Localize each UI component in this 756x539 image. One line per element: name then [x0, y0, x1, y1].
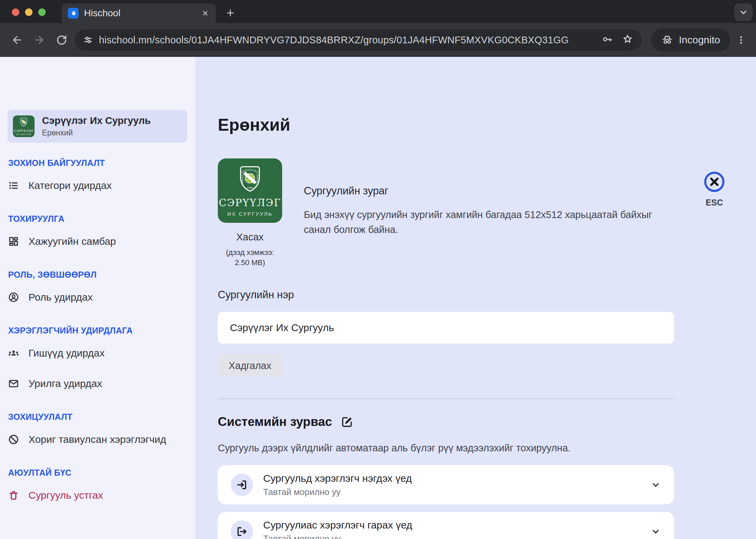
logo-subtitle: ИХ СУРГУУЛЬ: [13, 133, 35, 135]
school-logo-image[interactable]: СЭРҮҮЛЭГ ИХ СУРГУУЛЬ: [218, 158, 282, 223]
close-circle-icon[interactable]: [703, 171, 726, 193]
sidebar-item-label: Урилга удирдах: [28, 378, 102, 389]
minimize-window-button[interactable]: [25, 8, 33, 16]
section-header: РОЛЬ, ЗӨВШӨӨРӨЛ: [8, 270, 187, 280]
sidebar-section-roles: РОЛЬ, ЗӨВШӨӨРӨЛ Роль удирдах: [7, 270, 187, 310]
sidebar-section-moderation: ЗОХИЦУУЛАЛТ Хориг тавиулсан хэрэглэгчид: [7, 412, 187, 452]
page-content: СЭРҮҮЛЭГ ИХ СУРГУУЛЬ Сэрүүлэг Их Сургуул…: [0, 57, 756, 539]
back-icon[interactable]: [7, 30, 26, 49]
card-title: Сургуульд хэрэглэгч нэгдэх үед: [263, 473, 640, 484]
system-messages-heading: Системийн зурвас: [218, 415, 332, 429]
card-title: Сургуулиас хэрэглэгч гарах үед: [263, 519, 640, 531]
mail-icon: [7, 378, 20, 390]
forward-icon[interactable]: [30, 30, 49, 49]
logo-title: СЭРҮҮЛЭГ: [218, 197, 282, 209]
password-key-icon[interactable]: [602, 34, 613, 46]
sidebar-section-danger-zone: АЮУЛТАЙ БҮС Сургууль устгах: [7, 468, 187, 508]
new-tab-button[interactable]: [224, 7, 236, 19]
tab-strip: Hischool: [0, 0, 756, 23]
sidebar-item-categories[interactable]: Категори удирдах: [7, 173, 187, 198]
sidebar-item-delete-school[interactable]: Сургууль устгах: [7, 482, 187, 508]
section-header: АЮУЛТАЙ БҮС: [8, 468, 187, 478]
trash-icon: [7, 489, 20, 501]
edit-icon[interactable]: [341, 415, 354, 428]
remove-image-button[interactable]: Хасах: [218, 232, 282, 243]
section-header: ТОХИРУУЛГА: [8, 214, 187, 224]
settings-sidebar: СЭРҮҮЛЭГ ИХ СУРГУУЛЬ Сэрүүлэг Их Сургуул…: [0, 57, 195, 539]
window-controls: [12, 8, 46, 16]
school-name: Сэрүүлэг Их Сургууль: [42, 115, 151, 126]
page-title: Ерөнхий: [218, 115, 674, 135]
sidebar-item-banned-users[interactable]: Хориг тавиулсан хэрэглэгчид: [7, 427, 187, 452]
close-settings[interactable]: ESC: [699, 171, 730, 208]
section-divider: [218, 398, 674, 399]
incognito-spy-icon: [661, 34, 673, 46]
sidebar-item-label: Роль удирдах: [28, 292, 93, 303]
section-header: ЗОХИОН БАЙГУУЛАЛТ: [8, 158, 187, 168]
esc-label: ESC: [699, 198, 730, 208]
system-messages-description: Сургууль дээрх үйлдлийг автоматаар аль б…: [218, 443, 674, 454]
browser-tab[interactable]: Hischool: [62, 3, 216, 23]
max-size-note: (дээд хэмжээ: 2.50 MB): [218, 247, 282, 268]
url-text[interactable]: hischool.mn/schools/01JA4HFWNDRYVG7DJDS8…: [99, 35, 596, 46]
sidebar-section-settings: ТОХИРУУЛГА Хажуугийн самбар: [7, 214, 187, 254]
logout-icon: [231, 520, 253, 539]
reload-icon[interactable]: [52, 30, 71, 49]
card-subtitle: Тавтай морилно уу: [263, 534, 640, 539]
dashboard-icon: [7, 235, 20, 247]
site-settings-icon[interactable]: [83, 35, 93, 45]
save-button[interactable]: Хадгалах: [218, 354, 282, 377]
school-current-page: Ерөнхий: [42, 128, 151, 137]
system-message-card-join[interactable]: Сургуульд хэрэглэгч нэгдэх үед Тавтай мо…: [218, 465, 674, 504]
incognito-badge: Incognito: [651, 28, 730, 51]
card-subtitle: Тавтай морилно уу: [263, 487, 640, 497]
section-header: ХЭРЭГЛЭГЧИЙН УДИРДЛАГА: [8, 326, 187, 336]
sidebar-item-side-panel[interactable]: Хажуугийн самбар: [7, 229, 187, 254]
tab-search-button[interactable]: [734, 3, 753, 21]
logo-subtitle: ИХ СУРГУУЛЬ: [218, 211, 282, 217]
image-section-description: Бид энэхүү сургуулийн зургийг хамгийн ба…: [304, 207, 663, 237]
sidebar-item-manage-members[interactable]: Гишүүд удирдах: [7, 340, 187, 366]
zoom-window-button[interactable]: [38, 8, 46, 16]
browser-menu-icon[interactable]: [734, 30, 749, 49]
system-message-card-leave[interactable]: Сургуулиас хэрэглэгч гарах үед Тавтай мо…: [218, 512, 674, 539]
logo-title: СЭРҮҮЛЭГ: [13, 129, 35, 133]
tab-title: Hischool: [84, 8, 195, 19]
address-bar[interactable]: hischool.mn/schools/01JA4HFWNDRYVG7DJDS8…: [75, 29, 642, 51]
sidebar-section-organization: ЗОХИОН БАЙГУУЛАЛТ Категори удирдах: [7, 158, 187, 198]
sidebar-section-user-management: ХЭРЭГЛЭГЧИЙН УДИРДЛАГА Гишүүд удирдах Ур…: [7, 326, 187, 396]
close-window-button[interactable]: [12, 8, 19, 16]
list-icon: [7, 179, 20, 192]
hischool-favicon-icon: [68, 8, 79, 19]
browser-window: Hischool hischool.mn/schools/01JA4HFWNDR…: [0, 0, 756, 539]
sidebar-item-label: Сургууль устгах: [28, 490, 103, 501]
school-name-input[interactable]: [218, 312, 674, 344]
tab-close-icon[interactable]: [201, 9, 210, 18]
login-icon: [231, 474, 253, 496]
school-image-section: СЭРҮҮЛЭГ ИХ СУРГУУЛЬ Хасах (дээд хэмжээ:…: [218, 158, 674, 268]
school-logo-small: СЭРҮҮЛЭГ ИХ СУРГУУЛЬ: [13, 115, 35, 137]
sidebar-item-manage-roles[interactable]: Роль удирдах: [7, 284, 187, 310]
incognito-label: Incognito: [679, 34, 720, 46]
sidebar-item-label: Категори удирдах: [28, 180, 112, 191]
browser-toolbar: hischool.mn/schools/01JA4HFWNDRYVG7DJDS8…: [0, 23, 756, 57]
chevron-down-icon[interactable]: [650, 479, 661, 490]
section-header: ЗОХИЦУУЛАЛТ: [8, 412, 187, 422]
bookmark-star-icon[interactable]: [622, 34, 633, 46]
chevron-down-icon[interactable]: [650, 526, 661, 537]
ban-icon: [7, 433, 20, 446]
sidebar-item-label: Хажуугийн самбар: [28, 236, 116, 247]
school-name-label: Сургуулийн нэр: [218, 289, 674, 301]
group-icon: [7, 347, 20, 359]
sidebar-item-manage-invitations[interactable]: Урилга удирдах: [7, 371, 187, 396]
settings-main-panel: ESC Ерөнхий СЭРҮҮЛЭГ ИХ СУРГУУЛЬ Хасах (…: [195, 57, 756, 539]
image-section-heading: Сургуулийн зураг: [304, 185, 663, 197]
school-header-card[interactable]: СЭРҮҮЛЭГ ИХ СУРГУУЛЬ Сэрүүлэг Их Сургуул…: [7, 110, 187, 143]
person-circle-icon: [7, 291, 20, 303]
sidebar-item-label: Хориг тавиулсан хэрэглэгчид: [28, 434, 166, 445]
sidebar-item-label: Гишүүд удирдах: [28, 347, 105, 359]
